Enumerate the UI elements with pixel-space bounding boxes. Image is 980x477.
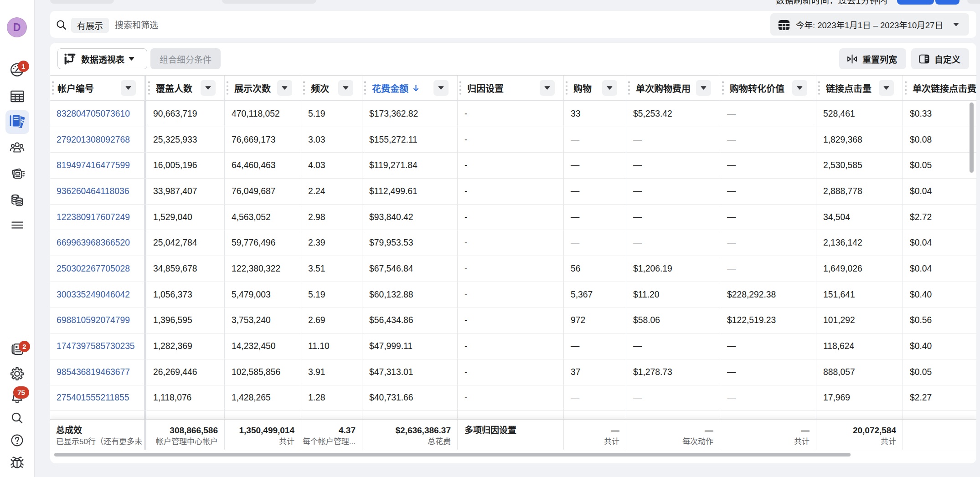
column-header-cost_per_purchase[interactable]: 单次购物费用 — [626, 76, 720, 100]
cell-attribution: - — [458, 153, 564, 178]
column-header-cost_per_link_click[interactable]: 单次链接点击费用 — [903, 76, 976, 100]
cell-attribution: - — [458, 359, 564, 385]
cell-purchase_value: $228,292.38 — [720, 282, 816, 308]
cell-link_clicks: 2,136,142 — [816, 230, 903, 256]
cell-account_id[interactable]: 279201308092768 — [50, 127, 144, 153]
cell-purchases: — — [564, 205, 626, 230]
cell-spend: $56,434.86 — [362, 308, 458, 333]
cell-account_id[interactable]: 936260464118036 — [50, 179, 144, 204]
column-drag-handle[interactable] — [905, 79, 907, 97]
table-row: 1223809176072491,529,0404,563,0522.98$93… — [50, 205, 976, 231]
cell-account_id[interactable]: 819497416477599 — [50, 153, 144, 178]
column-menu-button[interactable] — [879, 80, 894, 96]
column-label: 归因设置 — [467, 82, 504, 95]
sidebar-item-more-menu[interactable] — [6, 214, 28, 236]
total-subtitle: 帐户管理中心帐户 — [146, 436, 218, 447]
cell-impressions: 59,776,496 — [225, 230, 301, 256]
column-drag-handle[interactable] — [722, 79, 724, 97]
top-tab-middle[interactable] — [222, 0, 316, 4]
top-corner-button[interactable] — [967, 0, 980, 4]
top-secondary-button[interactable] — [935, 0, 959, 5]
chevron-down-icon — [701, 86, 707, 90]
cell-spend: $93,840.42 — [362, 205, 458, 230]
customize-button[interactable]: 自定义 — [911, 48, 969, 69]
cell-purchase_value — [720, 411, 816, 419]
column-menu-button[interactable] — [277, 80, 292, 96]
sidebar-item-billing[interactable] — [6, 189, 28, 210]
column-drag-handle[interactable] — [364, 79, 366, 97]
cell-account_id[interactable]: 985436819463677 — [50, 359, 144, 385]
column-header-link_clicks[interactable]: 链接点击量 — [816, 76, 903, 100]
cell-account_id[interactable]: 1747397585730235 — [50, 333, 144, 359]
reset-column-width-button[interactable]: 重置列宽 — [839, 48, 906, 69]
column-header-attribution[interactable]: 归因设置 — [458, 76, 564, 100]
top-tab-left[interactable] — [50, 0, 114, 4]
gear-icon — [10, 367, 24, 381]
column-menu-button[interactable] — [201, 80, 216, 96]
date-range-picker[interactable]: 今年: 2023年1月1日 – 2023年10月27日 — [770, 13, 969, 36]
column-header-spend[interactable]: 花费金额 — [362, 76, 458, 100]
cell-link_clicks: 888,057 — [816, 359, 903, 385]
cell-attribution: - — [458, 256, 564, 282]
column-drag-handle[interactable] — [459, 79, 461, 97]
cell-account_id[interactable]: 698810592074799 — [50, 308, 144, 333]
sidebar-item-settings[interactable] — [6, 363, 28, 385]
column-header-impressions[interactable]: 展示次数 — [225, 76, 301, 100]
cell-purchase_value: — — [720, 153, 816, 178]
column-menu-button[interactable] — [540, 80, 555, 96]
cell-account_id[interactable]: 275401555211855 — [50, 385, 144, 411]
column-header-purchase_value[interactable]: 购物转化价值 — [720, 76, 816, 100]
cell-impressions: 5,479,003 — [225, 282, 301, 308]
column-drag-handle[interactable] — [227, 79, 228, 97]
column-header-reach[interactable]: 覆盖人数 — [146, 76, 225, 100]
horizontal-scrollbar[interactable] — [54, 453, 851, 456]
cell-account_id[interactable]: 669963968366520 — [50, 230, 144, 256]
column-menu-button[interactable] — [338, 80, 353, 96]
sidebar-item-campaigns[interactable] — [6, 85, 28, 107]
column-menu-button[interactable] — [792, 80, 807, 96]
cell-impressions: 1,428,265 — [225, 385, 301, 411]
pivot-table-button[interactable]: 数据透视表 — [57, 48, 147, 69]
total-value: 20,072,584 — [816, 425, 896, 436]
vertical-scrollbar[interactable] — [970, 103, 974, 173]
search-input[interactable]: 搜索和筛选 — [115, 11, 158, 38]
chevron-down-icon — [125, 86, 131, 90]
column-drag-handle[interactable] — [148, 79, 150, 97]
calendar-icon — [778, 18, 790, 31]
cell-account_id[interactable]: 122380917607249 — [50, 205, 144, 230]
column-drag-handle[interactable] — [303, 79, 305, 97]
cell-account_id[interactable]: 832804705073610 — [50, 101, 144, 127]
cell-spend: $47,999.11 — [362, 333, 458, 359]
cell-spend: $60,132.88 — [362, 282, 458, 308]
column-menu-button[interactable] — [121, 80, 136, 96]
sidebar-item-ads-reporting[interactable] — [5, 110, 29, 134]
sidebar-item-search[interactable] — [6, 407, 28, 429]
column-menu-button[interactable] — [602, 80, 617, 96]
breakdown-button[interactable]: 组合细分条件 — [150, 48, 221, 69]
column-header-frequency[interactable]: 频次 — [301, 76, 362, 100]
sidebar-item-help[interactable] — [6, 429, 28, 451]
sidebar-item-all-ads[interactable] — [6, 163, 28, 185]
filter-chip-has-impressions[interactable]: 有展示 — [71, 18, 109, 33]
cell-link_clicks: 101,292 — [816, 308, 903, 333]
cell-account_id[interactable]: 250302267705028 — [50, 256, 144, 282]
column-header-account_id[interactable]: 帐户编号 — [50, 76, 144, 100]
avatar[interactable]: D — [7, 17, 27, 37]
column-drag-handle[interactable] — [628, 79, 630, 97]
column-menu-button[interactable] — [433, 80, 449, 96]
cell-cost_per_link_click: $0.04 — [903, 256, 976, 282]
column-header-purchases[interactable]: 购物 — [564, 76, 626, 100]
cell-impressions: 470,118,052 — [225, 101, 301, 127]
sidebar-item-bug-report[interactable] — [6, 451, 28, 473]
sidebar-item-audiences[interactable] — [6, 137, 28, 159]
column-menu-button[interactable] — [696, 80, 711, 96]
cell-link_clicks: 34,504 — [816, 205, 903, 230]
cell-cost_per_purchase: $5,253.42 — [626, 101, 720, 127]
cell-account_id[interactable]: 300335249046042 — [50, 282, 144, 308]
chevron-down-icon — [797, 86, 803, 90]
column-drag-handle[interactable] — [818, 79, 820, 97]
top-primary-button[interactable] — [897, 0, 934, 5]
column-drag-handle[interactable] — [566, 79, 567, 97]
column-drag-handle[interactable] — [52, 79, 54, 97]
cell-attribution: - — [458, 127, 564, 153]
